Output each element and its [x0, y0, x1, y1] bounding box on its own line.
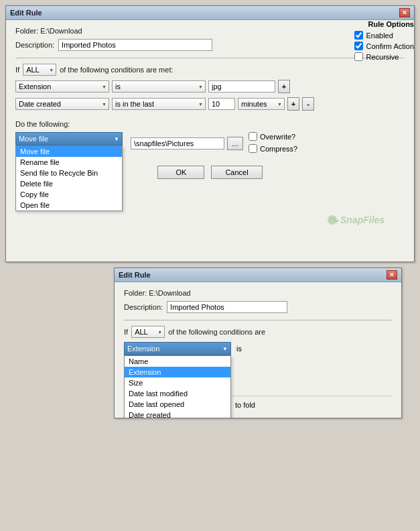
- recursive-label: Recursive: [366, 53, 399, 61]
- recursive-checkbox[interactable]: [354, 52, 363, 61]
- all-select-wrapper-2: ALL ANY: [131, 326, 165, 338]
- action-option-copy-file[interactable]: Copy file: [16, 189, 122, 200]
- folder-path-value: E:\Download: [40, 27, 82, 35]
- action-dropdown-list: Move file Rename file Send file to Recyc…: [15, 145, 123, 211]
- field-option-extension[interactable]: Extension: [125, 367, 230, 377]
- add-condition-2-button[interactable]: +: [287, 97, 299, 111]
- field-option-date-created[interactable]: Date created: [125, 410, 230, 418]
- edit-rule-window-1: Edit Rule ✕ Rule Options Enabled Confirm…: [5, 5, 415, 262]
- action-option-send-recycle[interactable]: Send file to Recycle Bin: [16, 168, 122, 178]
- destination-row: … Overwrite? Compress?: [131, 132, 297, 155]
- unit-2-select[interactable]: minutes hours days weeks: [238, 98, 285, 110]
- value-2-input[interactable]: [208, 98, 235, 110]
- if-condition-row: If ALL ANY of the following conditions a…: [15, 64, 405, 76]
- do-label: Do the following:: [15, 120, 405, 128]
- if-row-2: If ALL ANY of the following conditions a…: [124, 326, 392, 338]
- field-option-date-opened[interactable]: Date last opened: [125, 399, 230, 410]
- remove-condition-2-button[interactable]: -: [302, 97, 314, 111]
- browse-button[interactable]: …: [227, 137, 243, 150]
- operator-label-2: is: [236, 345, 242, 353]
- operator-1-wrapper: is is not contains: [112, 80, 206, 93]
- unit-2-wrapper: minutes hours days weeks: [238, 98, 285, 110]
- folder-row-2: Folder: E:\Download: [124, 289, 392, 297]
- field-1-select[interactable]: Extension Name Size Date last modified D…: [15, 80, 109, 93]
- cancel-button[interactable]: Cancel: [211, 166, 262, 179]
- action-option-open-file[interactable]: Open file: [16, 200, 122, 211]
- edit-rule-window-2: Edit Rule ✕ Folder: E:\Download Descript…: [114, 268, 402, 418]
- footer-label-2: to fold: [235, 401, 255, 409]
- window-title-2: Edit Rule: [119, 271, 151, 279]
- field-select-display-2[interactable]: Extension ▼: [124, 342, 231, 355]
- svg-text:SnapFiles: SnapFiles: [340, 215, 384, 225]
- compress-checkbox[interactable]: [249, 144, 257, 153]
- condition-1-row: Extension Name Size Date last modified D…: [15, 80, 405, 93]
- rule-options-label: Rule Options: [354, 20, 414, 28]
- folder-label: Folder:: [15, 27, 38, 35]
- description-label-2: Description:: [124, 303, 163, 311]
- separator-1: [15, 58, 405, 58]
- description-label: Description:: [15, 41, 54, 49]
- value-1-input[interactable]: [208, 80, 275, 93]
- description-input[interactable]: [58, 39, 212, 51]
- field-selected-value-2: Extension: [127, 345, 159, 353]
- operator-2-select[interactable]: is in the last is is not is before is af…: [112, 98, 206, 110]
- overwrite-checkbox-row: Overwrite?: [249, 132, 297, 141]
- if-label: If: [15, 66, 19, 74]
- all-select-wrapper: ALL ANY: [23, 64, 56, 76]
- action-option-rename-file[interactable]: Rename file: [16, 157, 122, 168]
- add-condition-1-button[interactable]: +: [278, 80, 290, 93]
- condition-row-2: Extension ▼ Name Extension Size Date las…: [124, 342, 392, 355]
- field-option-date-modified[interactable]: Date last modified: [125, 388, 230, 399]
- condition-suffix: of the following conditions are met:: [60, 66, 173, 74]
- field-dropdown-wrapper-2: Extension ▼ Name Extension Size Date las…: [124, 342, 231, 355]
- field-1-wrapper: Extension Name Size Date last modified D…: [15, 80, 109, 93]
- action-option-move-file[interactable]: Move file: [16, 146, 122, 157]
- folder-path-2: E:\Download: [149, 289, 190, 297]
- operator-1-select[interactable]: is is not contains: [112, 80, 206, 93]
- overwrite-compress-area: Overwrite? Compress?: [249, 132, 297, 155]
- field-dropdown-arrow-2: ▼: [222, 346, 228, 352]
- compress-checkbox-row: Compress?: [249, 144, 297, 153]
- description-row-2: Description:: [124, 301, 392, 313]
- close-button-1[interactable]: ✕: [399, 8, 410, 17]
- folder-row: Folder: E:\Download: [15, 27, 405, 35]
- field-2-wrapper: Extension Name Size Date last modified D…: [15, 98, 109, 110]
- spacer: [15, 115, 405, 120]
- compress-label: Compress?: [260, 145, 297, 153]
- ok-button[interactable]: OK: [157, 166, 204, 179]
- window-title-1: Edit Rule: [10, 9, 42, 17]
- enabled-label: Enabled: [366, 32, 393, 40]
- field-2-select[interactable]: Extension Name Size Date last modified D…: [15, 98, 109, 110]
- action-dropdown-wrapper: Move file ▼ Move file Rename file Send f…: [15, 132, 123, 145]
- confirm-action-checkbox-row: Confirm Action: [354, 42, 414, 50]
- overwrite-label: Overwrite?: [260, 133, 295, 141]
- rule-options-panel: Rule Options Enabled Confirm Action Recu…: [354, 20, 414, 63]
- svg-point-0: [328, 215, 337, 225]
- action-row: Move file ▼ Move file Rename file Send f…: [15, 132, 405, 155]
- action-dropdown-arrow: ▼: [114, 136, 119, 142]
- field-option-name[interactable]: Name: [125, 356, 230, 367]
- condition-2-row: Extension Name Size Date last modified D…: [15, 97, 405, 111]
- close-button-2[interactable]: ✕: [387, 270, 397, 280]
- action-selected-value: Move file: [19, 135, 48, 143]
- condition-suffix-2: of the following conditions are: [168, 328, 265, 336]
- confirm-action-label: Confirm Action: [366, 42, 414, 50]
- all-select-2[interactable]: ALL ANY: [131, 326, 165, 338]
- enabled-checkbox[interactable]: [354, 31, 363, 40]
- window2-content: Folder: E:\Download Description: If ALL …: [115, 282, 401, 418]
- destination-input[interactable]: [131, 137, 224, 150]
- recursive-checkbox-row: Recursive: [354, 52, 414, 61]
- overwrite-checkbox[interactable]: [249, 132, 257, 141]
- separator-2: [124, 320, 392, 320]
- action-option-delete-file[interactable]: Delete file: [16, 178, 122, 189]
- all-select[interactable]: ALL ANY: [23, 64, 56, 76]
- description-input-2[interactable]: [167, 301, 287, 313]
- folder-label-2: Folder:: [124, 289, 147, 297]
- confirm-action-checkbox[interactable]: [354, 42, 363, 50]
- field-dropdown-list-2: Name Extension Size Date last modified D…: [124, 355, 231, 418]
- if-label-2: If: [124, 328, 128, 336]
- action-select-display[interactable]: Move file ▼: [15, 132, 123, 145]
- operator-2-wrapper: is in the last is is not is before is af…: [112, 98, 206, 110]
- field-option-size[interactable]: Size: [125, 377, 230, 388]
- description-row: Description:: [15, 39, 405, 51]
